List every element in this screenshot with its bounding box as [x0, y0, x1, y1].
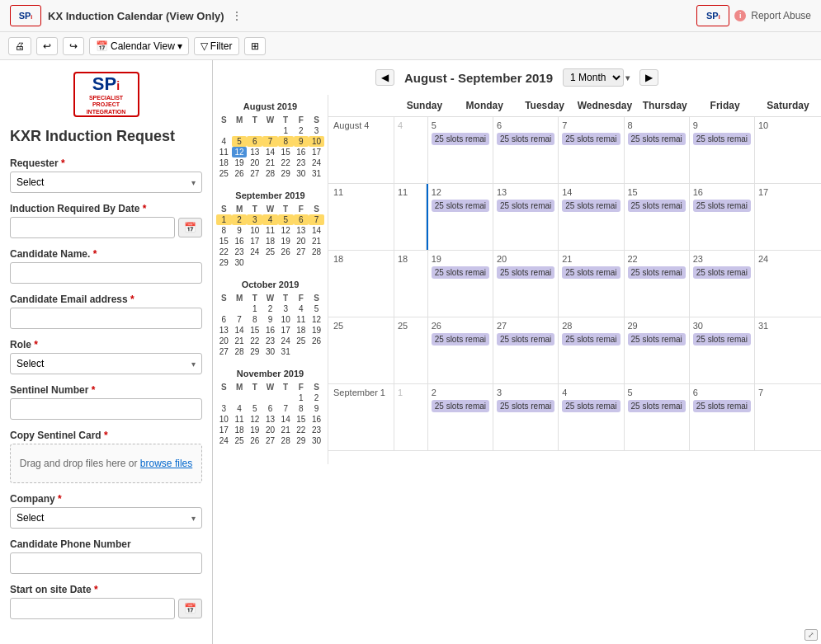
- cal-cell-week1-day2[interactable]: 1325 slots remai: [493, 184, 559, 250]
- mini-cal-day[interactable]: 19: [247, 425, 262, 435]
- cal-slot[interactable]: 25 slots remai: [432, 333, 489, 346]
- cal-slot[interactable]: 25 slots remai: [497, 200, 554, 212]
- induction-date-calendar-btn[interactable]: 📅: [178, 218, 202, 237]
- mini-cal-day[interactable]: 22: [278, 157, 294, 168]
- sentinel-number-input[interactable]: [10, 398, 202, 420]
- mini-cal-day[interactable]: 10: [309, 136, 324, 147]
- grid-view-button[interactable]: ⊞: [244, 37, 266, 55]
- mini-cal-day[interactable]: 26: [232, 168, 248, 179]
- mini-cal-day[interactable]: 12: [278, 225, 294, 236]
- cal-cell-week4-day6[interactable]: 7: [755, 384, 821, 450]
- cal-slot[interactable]: 25 slots remai: [497, 333, 554, 346]
- mini-cal-day[interactable]: 20: [216, 336, 232, 346]
- mini-cal-day[interactable]: 22: [216, 247, 232, 257]
- mini-cal-day[interactable]: 29: [216, 257, 232, 268]
- mini-cal-day[interactable]: 2: [294, 125, 309, 136]
- mini-cal-day[interactable]: 19: [278, 236, 294, 247]
- mini-cal-day[interactable]: 8: [247, 314, 262, 325]
- mini-cal-day[interactable]: 1: [278, 125, 294, 136]
- mini-cal-day[interactable]: 24: [309, 157, 324, 168]
- mini-cal-day[interactable]: 28: [309, 247, 324, 257]
- mini-cal-day[interactable]: 13: [216, 325, 232, 336]
- mini-cal-day[interactable]: 13: [262, 414, 278, 425]
- mini-cal-day[interactable]: 3: [247, 214, 262, 225]
- mini-cal-day[interactable]: 20: [294, 236, 309, 247]
- mini-cal-day[interactable]: 14: [232, 325, 248, 336]
- mini-cal-day[interactable]: 4: [262, 214, 278, 225]
- mini-cal-day[interactable]: 1: [294, 393, 309, 403]
- mini-cal-day[interactable]: 26: [247, 435, 262, 446]
- mini-cal-day[interactable]: 26: [309, 336, 324, 346]
- cal-slot[interactable]: 25 slots remai: [432, 200, 489, 212]
- mini-cal-day[interactable]: 5: [309, 303, 324, 314]
- mini-cal-day[interactable]: 9: [262, 314, 278, 325]
- mini-cal-day[interactable]: 13: [247, 147, 262, 157]
- mini-cal-day[interactable]: 18: [232, 425, 248, 435]
- undo-button[interactable]: ↩: [36, 37, 58, 55]
- mini-cal-day[interactable]: 22: [294, 425, 309, 435]
- cal-cell-week4-day3[interactable]: 425 slots remai: [559, 384, 624, 450]
- cal-cell-week2-day0[interactable]: 18: [394, 251, 428, 317]
- browse-files-link[interactable]: browse files: [140, 458, 192, 469]
- mini-cal-day[interactable]: 14: [309, 225, 324, 236]
- cal-slot[interactable]: 25 slots remai: [562, 200, 620, 212]
- cal-cell-week1-day5[interactable]: 1625 slots remai: [690, 184, 755, 250]
- mini-cal-day[interactable]: 1: [247, 303, 262, 314]
- mini-cal-day[interactable]: 2: [262, 303, 278, 314]
- mini-cal-day[interactable]: 5: [278, 214, 294, 225]
- mini-cal-day[interactable]: 11: [216, 147, 232, 157]
- cal-cell-week1-day0[interactable]: 11: [394, 184, 427, 250]
- cal-slot[interactable]: 25 slots remai: [693, 133, 751, 145]
- cal-cell-week4-day2[interactable]: 325 slots remai: [493, 384, 559, 450]
- cal-cell-week3-day1[interactable]: 2625 slots remai: [428, 317, 493, 383]
- mini-cal-day[interactable]: 21: [309, 236, 324, 247]
- cal-cell-week0-day4[interactable]: 825 slots remai: [625, 117, 690, 183]
- cal-cell-week4-day4[interactable]: 525 slots remai: [625, 384, 690, 450]
- cal-cell-week2-day1[interactable]: 1925 slots remai: [428, 251, 493, 317]
- cal-slot[interactable]: 25 slots remai: [497, 400, 554, 412]
- candidate-phone-input[interactable]: [10, 552, 202, 574]
- mini-cal-day[interactable]: 15: [278, 147, 294, 157]
- mini-cal-day[interactable]: 28: [232, 346, 248, 357]
- cal-cell-week0-day6[interactable]: 10: [755, 117, 821, 183]
- mini-cal-day[interactable]: 6: [262, 403, 278, 414]
- candidate-email-input[interactable]: [10, 308, 202, 329]
- mini-cal-day[interactable]: 8: [294, 403, 309, 414]
- cal-slot[interactable]: 25 slots remai: [562, 400, 620, 412]
- calendar-prev-btn[interactable]: ◀: [375, 69, 394, 86]
- company-select[interactable]: Select: [10, 507, 202, 529]
- mini-cal-day[interactable]: 18: [262, 236, 278, 247]
- mini-cal-day[interactable]: 21: [278, 425, 294, 435]
- mini-cal-day[interactable]: 25: [294, 336, 309, 346]
- cal-cell-week2-day2[interactable]: 2025 slots remai: [493, 251, 559, 317]
- mini-cal-day[interactable]: 15: [294, 414, 309, 425]
- cal-slot[interactable]: 25 slots remai: [628, 333, 686, 346]
- cal-cell-week0-day3[interactable]: 725 slots remai: [559, 117, 624, 183]
- cal-slot[interactable]: 25 slots remai: [628, 266, 686, 279]
- mini-cal-day[interactable]: 26: [278, 247, 294, 257]
- cal-cell-week3-day6[interactable]: 31: [755, 317, 821, 383]
- mini-cal-day[interactable]: 4: [294, 303, 309, 314]
- month-count-select[interactable]: 1 Month: [563, 68, 624, 87]
- mini-cal-day[interactable]: 16: [309, 414, 324, 425]
- mini-cal-day[interactable]: 21: [232, 336, 248, 346]
- mini-cal-day[interactable]: 24: [278, 336, 294, 346]
- cal-slot[interactable]: 25 slots remai: [693, 400, 751, 412]
- cal-slot[interactable]: 25 slots remai: [562, 133, 620, 145]
- mini-cal-day[interactable]: 5: [232, 136, 248, 147]
- filter-button[interactable]: ▽ Filter: [194, 37, 239, 55]
- mini-cal-day[interactable]: 27: [294, 247, 309, 257]
- mini-cal-day[interactable]: 30: [232, 257, 248, 268]
- mini-cal-day[interactable]: 19: [232, 157, 248, 168]
- mini-cal-day[interactable]: 16: [294, 147, 309, 157]
- mini-cal-day[interactable]: 21: [262, 157, 278, 168]
- mini-cal-day[interactable]: 7: [232, 314, 248, 325]
- mini-cal-day[interactable]: 17: [247, 236, 262, 247]
- mini-cal-day[interactable]: 28: [262, 168, 278, 179]
- cal-slot[interactable]: 25 slots remai: [497, 266, 554, 279]
- mini-cal-day[interactable]: 31: [309, 168, 324, 179]
- mini-cal-day[interactable]: 18: [294, 325, 309, 336]
- cal-cell-week1-day3[interactable]: 1425 slots remai: [559, 184, 624, 250]
- more-options-icon[interactable]: ⋮: [231, 9, 243, 22]
- cal-cell-week4-day0[interactable]: 1: [394, 384, 428, 450]
